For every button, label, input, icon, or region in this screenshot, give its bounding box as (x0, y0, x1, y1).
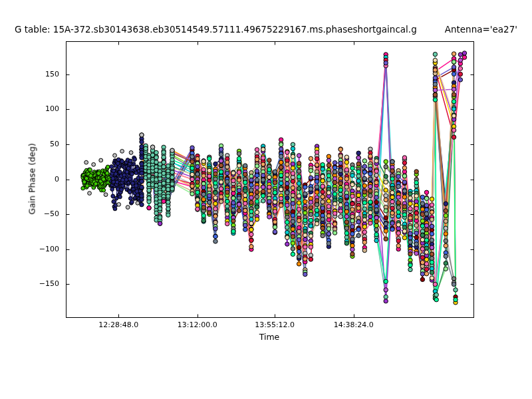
plot-title: G table: 15A-372.sb30143638.eb30514549.5… (0, 24, 532, 35)
gtable-title-text: G table: 15A-372.sb30143638.eb30514549.5… (15, 24, 417, 35)
x-tick-label: 13:12:00.0 (164, 321, 231, 329)
y-tick-label: −50 (0, 209, 59, 218)
x-tick-label: 12:28:48.0 (85, 321, 152, 329)
plotcal-figure: G table: 15A-372.sb30143638.eb30514549.5… (0, 0, 532, 399)
x-tick-label: 14:38:24.0 (321, 321, 387, 329)
y-tick-label: 150 (0, 70, 59, 78)
y-tick-label: 100 (0, 104, 59, 113)
x-tick-label: 13:55:12.0 (241, 321, 308, 329)
y-tick-label: 50 (0, 140, 59, 148)
y-tick-label: −100 (0, 245, 59, 253)
y-tick-label: 0 (0, 175, 59, 184)
x-axis-label: Time (0, 332, 532, 342)
y-tick-label: −150 (0, 279, 59, 288)
antenna-label: Antenna='ea27' (445, 24, 517, 35)
